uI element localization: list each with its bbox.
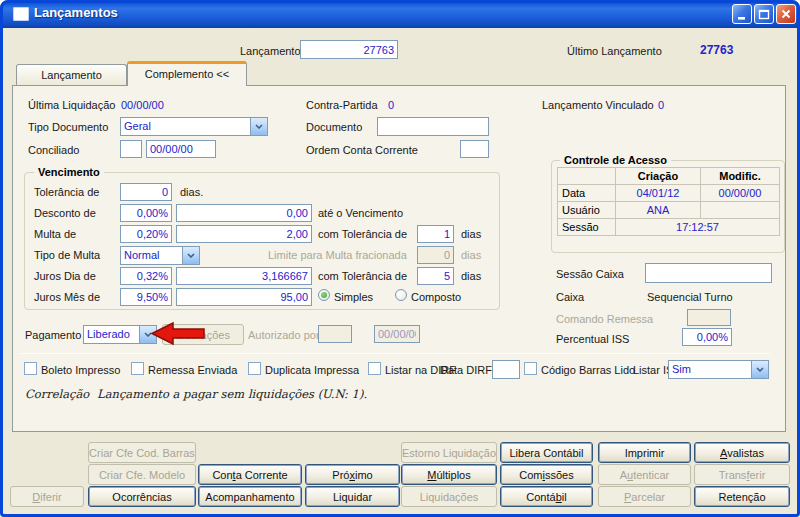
simples-radio[interactable] xyxy=(318,289,330,301)
proximo-button[interactable]: Próximo xyxy=(305,464,400,485)
button-label: Próximo xyxy=(332,469,372,481)
juros-dia-valor-input[interactable] xyxy=(176,267,312,285)
percentual-iss-label: Percentual ISS xyxy=(556,333,629,346)
data-modific-value: 00/00/00 xyxy=(701,185,780,202)
controle-acesso-title: Controle de Acesso xyxy=(560,154,671,166)
listar-iss-selected: Sim xyxy=(669,361,751,378)
button-label: Transferir xyxy=(719,469,766,481)
data-dirf-label: Data DIRF xyxy=(440,364,492,377)
close-button[interactable] xyxy=(776,4,796,24)
duplicata-impressa-checkbox[interactable] xyxy=(248,362,261,375)
libera-contabil-button[interactable]: Libera Contábil xyxy=(500,442,593,463)
juros-dia-label: Juros Dia de xyxy=(34,270,96,283)
caixa-label: Caixa xyxy=(556,291,584,304)
listar-iss-select[interactable]: Sim xyxy=(668,360,769,379)
ultimo-lancamento-label: Último Lançamento xyxy=(567,45,662,58)
button-label: Parcelar xyxy=(624,491,665,503)
controle-acesso-table: Criação Modific. Data 04/01/12 00/00/00 … xyxy=(557,167,780,236)
data-dirf-input[interactable] xyxy=(492,360,520,379)
tolerancia-input[interactable] xyxy=(120,183,172,201)
button-label: Comissões xyxy=(519,469,573,481)
chevron-down-icon xyxy=(250,118,267,135)
contabil-button[interactable]: Contábil xyxy=(500,486,593,507)
window-titlebar: Lançamentos xyxy=(0,0,800,28)
button-label: Imprimir xyxy=(625,447,665,459)
button-label: Múltiplos xyxy=(427,469,470,481)
multa-tolerancia-input[interactable] xyxy=(417,225,454,243)
remessa-enviada-label: Remessa Enviada xyxy=(148,364,237,377)
separator xyxy=(20,353,770,354)
desconto-suffix: até o Vencimento xyxy=(318,207,403,220)
chevron-down-icon xyxy=(182,247,199,264)
caixa-value: Sequencial Turno xyxy=(647,291,733,304)
listar-na-dirf-checkbox[interactable] xyxy=(368,362,381,375)
tipo-documento-selected: Geral xyxy=(121,118,250,135)
multa-valor-input[interactable] xyxy=(176,225,312,243)
tab-complemento[interactable]: Complemento << xyxy=(127,61,247,86)
imprimir-button[interactable]: Imprimir xyxy=(598,442,691,463)
col-criacao-header: Criação xyxy=(616,168,701,185)
screenshot: Lançamentos Lançamento Último Lançamento… xyxy=(0,0,800,517)
juros-dia-tolerancia-input[interactable] xyxy=(417,267,454,285)
juros-dia-pct-input[interactable] xyxy=(120,267,172,285)
button-label: Estorno Liquidação xyxy=(402,447,496,459)
percentual-iss-input[interactable] xyxy=(682,328,732,346)
tipo-documento-select[interactable]: Geral xyxy=(120,117,268,136)
desconto-label: Desconto de xyxy=(34,207,96,220)
multa-tolerancia-label: com Tolerância de xyxy=(318,228,407,241)
comando-remessa-label: Comando Remessa xyxy=(556,313,653,326)
ordem-conta-corrente-input[interactable] xyxy=(460,140,489,158)
multiplos-button[interactable]: Múltiplos xyxy=(401,464,497,485)
ocorrencias-button[interactable]: Ocorrências xyxy=(88,486,196,507)
table-cell xyxy=(558,168,616,185)
codigo-barras-lido-checkbox[interactable] xyxy=(524,362,537,375)
tipo-multa-select[interactable]: Normal xyxy=(120,246,200,265)
lancamento-vinculado-value: 0 xyxy=(658,99,664,112)
desconto-pct-input[interactable] xyxy=(120,204,172,222)
pagamento-select[interactable]: Liberado xyxy=(83,325,157,344)
transferir-button: Transferir xyxy=(694,464,790,485)
documento-input[interactable] xyxy=(377,117,489,136)
acompanhamento-button[interactable]: Acompanhamento xyxy=(198,486,302,507)
multa-pct-input[interactable] xyxy=(120,225,172,243)
minimize-button[interactable] xyxy=(732,4,752,24)
tipo-multa-label: Tipo de Multa xyxy=(34,249,100,262)
conciliado-flag-input[interactable] xyxy=(120,140,142,158)
lancamento-input[interactable] xyxy=(300,40,398,59)
avalistas-button[interactable]: Avalistas xyxy=(694,442,790,463)
table-row: Sessão 17:12:57 xyxy=(558,219,780,236)
estorno-liquidacao-button: Estorno Liquidação xyxy=(401,442,497,463)
usuario-criacao-value: ANA xyxy=(616,202,701,219)
multa-label: Multa de xyxy=(34,228,76,241)
boleto-impresso-checkbox[interactable] xyxy=(24,362,37,375)
juros-mes-pct-input[interactable] xyxy=(120,288,172,306)
tab-lancamento[interactable]: Lançamento xyxy=(16,64,127,85)
comissoes-button[interactable]: Comissões xyxy=(500,464,593,485)
sessao-caixa-input[interactable] xyxy=(645,263,772,283)
desconto-valor-input[interactable] xyxy=(176,204,312,222)
limite-multa-input xyxy=(417,246,454,264)
button-label: Liquidar xyxy=(333,491,372,503)
criar-cfe-cod-barras-button: Criar Cfe Cod. Barras xyxy=(88,442,196,463)
maximize-button[interactable] xyxy=(754,4,774,24)
app-icon xyxy=(13,7,29,21)
remessa-enviada-checkbox[interactable] xyxy=(131,362,144,375)
conciliado-date-input[interactable] xyxy=(146,140,216,158)
ultima-liquidacao-label: Última Liquidação xyxy=(28,99,115,112)
limite-multa-label: Limite para Multa fracionada xyxy=(268,249,407,262)
composto-radio[interactable] xyxy=(395,289,407,301)
juros-mes-valor-input[interactable] xyxy=(176,288,312,306)
red-arrow-annotation-icon xyxy=(150,321,206,346)
data-row-label: Data xyxy=(558,185,616,202)
button-label: Liquidações xyxy=(420,491,479,503)
autorizado-data-input xyxy=(374,325,420,343)
button-label: Contábil xyxy=(526,491,566,503)
data-criacao-value: 04/01/12 xyxy=(616,185,701,202)
liquidacoes-button: Liquidações xyxy=(401,486,497,507)
autorizado-por-label: Autorizado por xyxy=(248,329,320,342)
retencao-button[interactable]: Retenção xyxy=(694,486,790,507)
liquidar-button[interactable]: Liquidar xyxy=(305,486,400,507)
parcelar-button: Parcelar xyxy=(598,486,691,507)
conta-corrente-button[interactable]: Conta Corrente xyxy=(198,464,302,485)
autenticar-button: Autenticar xyxy=(598,464,691,485)
